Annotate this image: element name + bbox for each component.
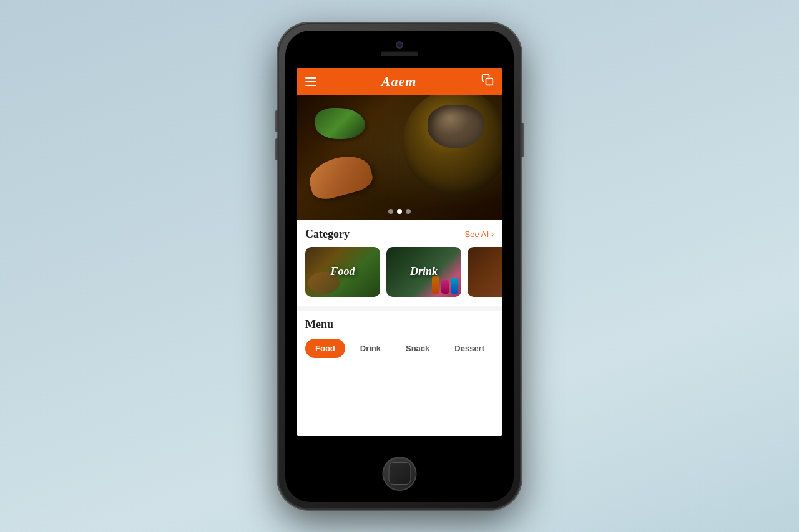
see-all-label: See All bbox=[465, 230, 490, 239]
menu-section: Menu Food Drink Snack Dessert bbox=[297, 311, 502, 365]
drink-card-overlay: Drink bbox=[386, 247, 461, 297]
food-decoration bbox=[297, 95, 502, 220]
food-piece bbox=[305, 150, 375, 203]
hamburger-line-1 bbox=[305, 77, 316, 79]
carousel-dot-1[interactable] bbox=[388, 209, 393, 214]
category-scroll: Food bbox=[297, 247, 502, 306]
phone-inner: Aaem bbox=[285, 31, 514, 502]
category-header: Category See All › bbox=[297, 220, 502, 247]
volume-up-button[interactable] bbox=[275, 110, 278, 132]
carousel-dot-2[interactable] bbox=[397, 209, 402, 214]
category-card-food[interactable]: Food bbox=[305, 247, 380, 297]
food-greens bbox=[315, 108, 365, 139]
phone-screen: Aaem bbox=[297, 68, 502, 436]
home-button-inner bbox=[388, 462, 411, 485]
see-all-link[interactable]: See All › bbox=[465, 230, 494, 239]
front-camera bbox=[396, 42, 403, 48]
food-category-label: Food bbox=[330, 265, 355, 278]
home-button[interactable] bbox=[383, 457, 417, 491]
menu-tab-drink[interactable]: Drink bbox=[350, 339, 391, 358]
power-button[interactable] bbox=[521, 123, 524, 157]
section-divider bbox=[297, 306, 502, 311]
third-card-overlay bbox=[468, 247, 502, 297]
svg-rect-0 bbox=[486, 79, 493, 85]
volume-down-button[interactable] bbox=[275, 138, 278, 160]
carousel-dot-3[interactable] bbox=[406, 209, 411, 214]
hamburger-menu-button[interactable] bbox=[305, 77, 316, 86]
menu-tabs: Food Drink Snack Dessert bbox=[297, 339, 502, 358]
app-header: Aaem bbox=[297, 68, 502, 95]
hamburger-line-2 bbox=[305, 81, 316, 82]
menu-tab-snack[interactable]: Snack bbox=[396, 339, 439, 358]
hero-carousel: Welcome to Aaem Lorem ipsum dolor sit am… bbox=[297, 95, 502, 220]
chevron-right-icon: › bbox=[491, 230, 494, 238]
app-content: Welcome to Aaem Lorem ipsum dolor sit am… bbox=[297, 95, 502, 436]
phone-frame: Aaem bbox=[278, 23, 521, 510]
food-card-overlay: Food bbox=[305, 247, 380, 297]
category-card-third[interactable] bbox=[468, 247, 502, 297]
speaker-grille bbox=[381, 51, 418, 56]
copy-icon[interactable] bbox=[481, 74, 494, 89]
food-bowl bbox=[428, 105, 484, 148]
menu-tab-food[interactable]: Food bbox=[305, 339, 345, 358]
category-section: Category See All › bbox=[297, 220, 502, 306]
app-title: Aaem bbox=[381, 74, 417, 90]
category-card-drink[interactable]: Drink bbox=[386, 247, 461, 297]
menu-tab-dessert[interactable]: Dessert bbox=[444, 339, 494, 358]
phone-top-bar bbox=[381, 42, 418, 56]
carousel-background bbox=[297, 95, 502, 220]
drink-category-label: Drink bbox=[410, 265, 438, 278]
hamburger-line-3 bbox=[305, 85, 316, 86]
carousel-dots bbox=[388, 209, 411, 214]
menu-title: Menu bbox=[297, 318, 502, 331]
category-title: Category bbox=[305, 228, 350, 241]
